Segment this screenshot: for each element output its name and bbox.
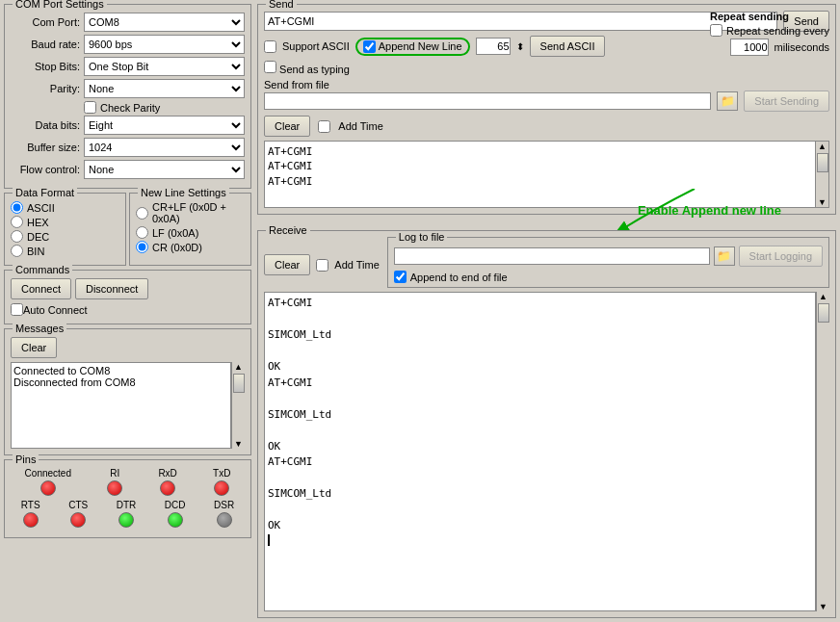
hex-radio[interactable] <box>11 216 23 228</box>
crlf-radio[interactable] <box>136 207 148 220</box>
parity-label: Parity: <box>11 83 80 94</box>
pin-dsr-led <box>217 512 232 528</box>
data-bits-row: Data bits: Eight <box>11 116 245 135</box>
pin-txd-led <box>214 480 229 496</box>
send-file-input[interactable] <box>264 92 711 110</box>
repeat-every-label: Repeat sending every <box>726 25 829 37</box>
bin-radio-row: BIN <box>11 245 119 257</box>
pin-dsr-label: DSR <box>214 500 234 510</box>
flow-control-row: Flow control: None <box>11 160 245 179</box>
receive-section-title: Receive <box>266 224 310 236</box>
buffer-size-row: Buffer size: 1024 <box>11 138 245 157</box>
send-from-file-section: Send from file 📁 Start Sending <box>264 79 829 112</box>
bin-label: BIN <box>27 246 44 257</box>
disconnect-button[interactable]: Disconnect <box>75 278 148 299</box>
pin-connected-label: Connected <box>25 468 71 479</box>
send-clear-addtime-row: Clear Add Time <box>264 116 829 137</box>
bin-radio[interactable] <box>11 245 23 257</box>
left-panel: COM Port Settings Com Port: COM8 Baud ra… <box>0 0 255 622</box>
com-port-label: Com Port: <box>11 16 80 28</box>
receive-scroll-down[interactable]: ▼ <box>819 602 827 611</box>
commands-group: Commands Connect Disconnect Auto Connect <box>4 270 251 324</box>
send-file-row: 📁 Start Sending <box>264 91 829 112</box>
pin-cts: CTS <box>68 500 88 528</box>
com-port-settings-group: COM Port Settings Com Port: COM8 Baud ra… <box>4 4 251 189</box>
receive-add-time-checkbox[interactable] <box>316 259 328 272</box>
repeat-ms-label: miliseconds <box>774 41 829 53</box>
data-format-group: Data Format ASCII HEX DEC BIN <box>4 193 126 266</box>
pin-rxd-label: RxD <box>158 468 176 479</box>
lf-radio[interactable] <box>136 226 148 239</box>
ascii-radio[interactable] <box>11 201 23 214</box>
repeat-every-row: Repeat sending every <box>710 24 829 37</box>
pin-ri: RI <box>107 468 122 496</box>
append-to-file-checkbox[interactable] <box>394 271 407 283</box>
buffer-size-select[interactable]: 1024 <box>84 138 245 157</box>
send-scrollbar[interactable]: ▲ ▼ <box>815 142 828 207</box>
start-logging-button[interactable]: Start Logging <box>739 246 823 267</box>
com-port-select[interactable]: COM8 <box>84 13 245 32</box>
log-file-browse-button[interactable]: 📁 <box>714 246 735 266</box>
repeat-ms-input[interactable] <box>730 39 769 56</box>
new-line-settings-group: New Line Settings CR+LF (0x0D + 0x0A) LF… <box>129 193 251 266</box>
receive-scrollbar[interactable]: ▲ ▼ <box>816 292 829 611</box>
send-scroll-up[interactable]: ▲ <box>818 142 827 151</box>
baud-rate-select[interactable]: 9600 bps <box>84 35 245 54</box>
send-clear-button[interactable]: Clear <box>264 116 310 137</box>
receive-scroll-up[interactable]: ▲ <box>819 292 827 301</box>
pin-cts-led <box>70 512 86 528</box>
send-scroll-down[interactable]: ▼ <box>818 197 827 207</box>
auto-connect-checkbox[interactable] <box>11 303 23 316</box>
pin-dcd: DCD <box>165 500 186 528</box>
receive-clear-button[interactable]: Clear <box>264 254 310 275</box>
flow-control-select[interactable]: None <box>84 160 245 179</box>
append-new-line-label: Append New Line <box>379 40 462 52</box>
connect-button[interactable]: Connect <box>11 278 71 299</box>
pin-connected-led <box>40 480 56 496</box>
append-new-line-checkbox[interactable] <box>363 40 376 53</box>
scroll-up-icon[interactable]: ▲ <box>234 362 243 372</box>
receive-text-area: AT+CGMI SIMCOM_Ltd OK AT+CGMI SIMCOM_Ltd… <box>264 292 816 611</box>
send-as-typing-checkbox[interactable] <box>264 61 276 73</box>
messages-group: Messages Clear Connected to COM8Disconne… <box>4 328 251 455</box>
messages-scrollbar[interactable]: ▲ ▼ <box>231 362 245 449</box>
dec-radio-row: DEC <box>11 230 119 243</box>
receive-section: Receive Clear Add Time Log to file 📁 Sta… <box>257 230 836 618</box>
support-ascii-label: Support ASCII <box>282 40 350 52</box>
scroll-down-icon[interactable]: ▼ <box>234 439 243 449</box>
repeat-every-checkbox[interactable] <box>710 24 722 37</box>
log-file-input[interactable] <box>394 247 710 265</box>
check-parity-row: Check Parity <box>84 101 245 114</box>
start-sending-button[interactable]: Start Sending <box>744 91 829 112</box>
baud-rate-label: Baud rate: <box>11 39 80 50</box>
repeat-sending-title: Repeat sending <box>710 11 829 22</box>
messages-title: Messages <box>13 323 66 334</box>
ascii-count-input[interactable] <box>476 38 511 55</box>
pins-title: Pins <box>13 454 39 465</box>
send-command-input[interactable] <box>264 12 777 31</box>
messages-area: Connected to COM8Disconnected from COM8 <box>11 362 231 449</box>
support-ascii-checkbox[interactable] <box>264 40 276 53</box>
send-ascii-button[interactable]: Send ASCII <box>530 36 606 57</box>
clear-messages-button[interactable]: Clear <box>11 337 57 358</box>
messages-text: Connected to COM8Disconnected from COM8 <box>13 365 228 388</box>
cr-radio[interactable] <box>136 241 148 253</box>
send-add-time-checkbox[interactable] <box>318 120 330 133</box>
check-parity-checkbox[interactable] <box>84 101 96 114</box>
pin-dtr-led <box>118 512 134 528</box>
stop-bits-select[interactable]: One Stop Bit <box>84 57 245 76</box>
commands-title: Commands <box>13 264 72 275</box>
pin-rxd: RxD <box>158 468 176 496</box>
receive-scroll-thumb[interactable] <box>818 303 829 323</box>
com-port-row: Com Port: COM8 <box>11 13 245 32</box>
dec-radio[interactable] <box>11 230 23 243</box>
send-file-browse-button[interactable]: 📁 <box>717 91 738 111</box>
pin-txd-label: TxD <box>213 468 230 479</box>
messages-scroll-thumb[interactable] <box>233 374 245 393</box>
log-to-file-title: Log to file <box>396 231 448 243</box>
send-area-container: AT+CGMIAT+CGMIAT+CGMI ▲ ▼ <box>264 141 829 208</box>
format-newline-groups: Data Format ASCII HEX DEC BIN <box>4 193 251 266</box>
send-scroll-thumb[interactable] <box>817 153 828 172</box>
data-bits-select[interactable]: Eight <box>84 116 245 135</box>
parity-select[interactable]: None <box>84 79 245 98</box>
